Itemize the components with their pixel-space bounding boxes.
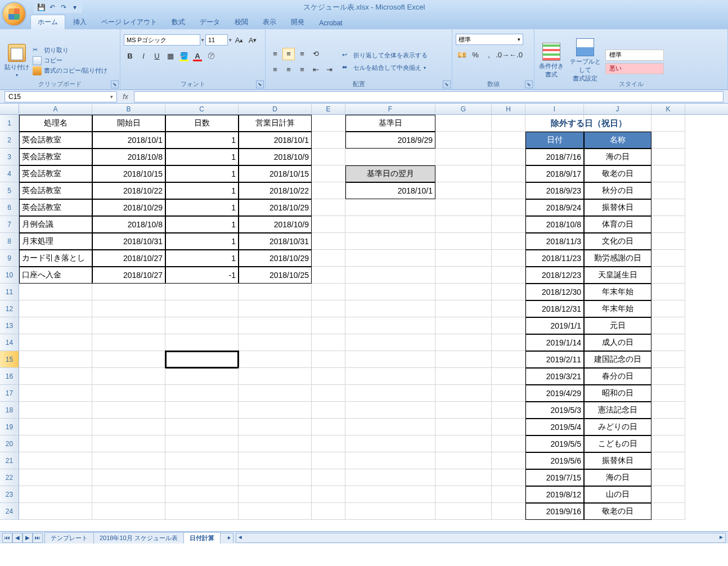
cell[interactable] (312, 132, 345, 149)
cell[interactable] (651, 182, 685, 199)
sheet-nav-last[interactable]: ⏭ (33, 533, 43, 543)
cell[interactable] (651, 452, 685, 469)
cell[interactable]: 2019/1/1 (525, 317, 584, 334)
tab-data[interactable]: データ (193, 15, 227, 29)
cell[interactable] (492, 334, 525, 351)
cell[interactable] (492, 165, 525, 182)
cell[interactable] (345, 435, 435, 452)
cell[interactable]: 2019/1/14 (525, 334, 584, 351)
cell[interactable]: 2019/2/11 (525, 351, 584, 368)
phonetic-button[interactable]: ㋐ (205, 50, 217, 62)
clipboard-launcher[interactable]: ⬊ (111, 80, 119, 88)
cell[interactable] (312, 435, 345, 452)
cell[interactable]: 処理名 (19, 115, 92, 132)
cell[interactable]: 英会話教室 (19, 199, 92, 216)
align-left-button[interactable]: ≡ (269, 64, 281, 76)
cell[interactable] (19, 284, 92, 300)
cell[interactable]: 建国記念の日 (584, 351, 651, 368)
cell[interactable] (435, 199, 492, 216)
cell[interactable] (19, 334, 92, 351)
cell[interactable]: 天皇誕生日 (584, 267, 651, 284)
cell[interactable]: 2019/7/15 (525, 469, 584, 486)
cell[interactable] (92, 435, 165, 452)
col-header-B[interactable]: B (92, 104, 165, 114)
cell[interactable] (492, 182, 525, 199)
cell[interactable] (651, 199, 685, 216)
cell[interactable] (435, 165, 492, 182)
cell[interactable]: 口座へ入金 (19, 267, 92, 284)
row-header-24[interactable]: 24 (0, 503, 19, 520)
cell[interactable]: こどもの日 (584, 435, 651, 452)
cell[interactable] (92, 334, 165, 351)
cell[interactable] (239, 503, 312, 520)
cell[interactable]: 2018/10/29 (239, 250, 312, 267)
indent-decrease-button[interactable]: ⇤ (309, 64, 322, 76)
cell[interactable] (492, 385, 525, 402)
tab-home[interactable]: ホーム (30, 15, 65, 29)
cell[interactable] (92, 402, 165, 419)
cell[interactable]: 2018/10/8 (92, 149, 165, 165)
row-header-22[interactable]: 22 (0, 469, 19, 486)
row-header-7[interactable]: 7 (0, 216, 19, 233)
cell[interactable] (312, 351, 345, 368)
cell[interactable] (239, 334, 312, 351)
cell[interactable]: 振替休日 (584, 452, 651, 469)
cell[interactable] (165, 368, 239, 385)
cell[interactable] (492, 284, 525, 300)
align-launcher[interactable]: ⬊ (443, 80, 451, 88)
cell[interactable]: 昭和の日 (584, 385, 651, 402)
cell[interactable] (92, 452, 165, 469)
cell[interactable] (651, 149, 685, 165)
comma-button[interactable]: , (483, 48, 495, 61)
cell[interactable] (345, 199, 435, 216)
cell[interactable]: 1 (165, 199, 239, 216)
cell[interactable]: 1 (165, 149, 239, 165)
cell[interactable] (165, 435, 239, 452)
cell[interactable] (492, 469, 525, 486)
cell[interactable] (165, 284, 239, 300)
cell[interactable] (165, 452, 239, 469)
cell[interactable] (651, 419, 685, 435)
cell[interactable] (92, 351, 165, 368)
cell[interactable] (651, 351, 685, 368)
cell[interactable]: 成人の日 (584, 334, 651, 351)
cell[interactable]: 2018/12/30 (525, 284, 584, 300)
cell[interactable] (312, 182, 345, 199)
bold-button[interactable]: B (124, 50, 136, 62)
cell[interactable]: 勤労感謝の日 (584, 250, 651, 267)
currency-button[interactable]: 💴 (456, 48, 468, 61)
cell[interactable]: 2018/10/8 (92, 216, 165, 233)
cell[interactable] (239, 284, 312, 300)
cell[interactable]: 1 (165, 182, 239, 199)
cell[interactable] (92, 284, 165, 300)
font-launcher[interactable]: ⬊ (256, 80, 264, 88)
cell[interactable] (312, 419, 345, 435)
cell[interactable] (92, 503, 165, 520)
cell[interactable] (312, 165, 345, 182)
cell[interactable] (492, 300, 525, 317)
cell[interactable] (312, 267, 345, 284)
cell[interactable] (19, 385, 92, 402)
cell[interactable] (92, 486, 165, 503)
cell[interactable]: 営業日計算 (239, 115, 312, 132)
cell[interactable]: 2018/10/1 (345, 182, 435, 199)
cell[interactable] (312, 334, 345, 351)
chevron-down-icon[interactable]: ▾ (229, 37, 232, 43)
cell[interactable] (651, 469, 685, 486)
font-color-button[interactable]: A (191, 50, 204, 62)
tab-view[interactable]: 表示 (256, 15, 283, 29)
cell[interactable]: 山の日 (584, 486, 651, 503)
cell[interactable] (312, 216, 345, 233)
cell[interactable] (239, 486, 312, 503)
tab-page-layout[interactable]: ページ レイアウト (95, 15, 164, 29)
align-bottom-button[interactable]: ≡ (296, 48, 308, 60)
cell[interactable] (19, 402, 92, 419)
cell[interactable] (435, 317, 492, 334)
cell[interactable] (651, 233, 685, 250)
cell[interactable] (165, 317, 239, 334)
cell[interactable] (345, 452, 435, 469)
cell[interactable]: 2018/9/17 (525, 165, 584, 182)
name-box[interactable]: C15▾ (5, 91, 117, 102)
cell[interactable] (435, 216, 492, 233)
cell[interactable]: 1 (165, 132, 239, 149)
